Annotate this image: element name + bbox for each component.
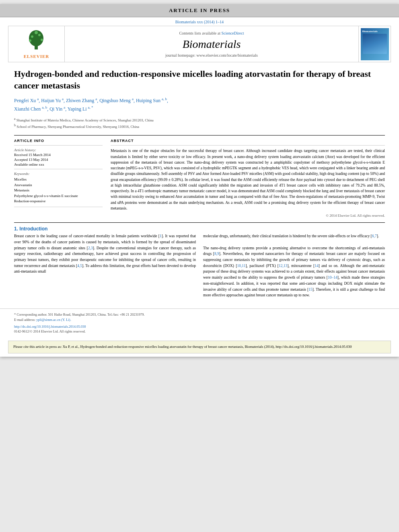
keyword-micelles: Micelles xyxy=(14,177,103,183)
citation-text: Please cite this article in press as: Xu… xyxy=(13,345,352,349)
available-online: Available online xxx xyxy=(14,162,103,166)
divider-1 xyxy=(14,135,385,136)
intro-two-col: Breast cancer is the leading cause of ca… xyxy=(14,233,385,302)
abstract-col: ABSTRACT Metastasis is one of the major … xyxy=(111,139,385,218)
aip-banner: ARTICLE IN PRESS xyxy=(0,4,399,17)
cover-image-area: Biomaterials xyxy=(358,26,391,62)
elsevier-logo-area: ELSEVIER xyxy=(8,26,65,62)
svg-point-3 xyxy=(31,35,33,38)
elsevier-tree-icon xyxy=(24,29,48,51)
doi-link[interactable]: http://dx.doi.org/10.1016/j.biomaterials… xyxy=(14,325,86,329)
elsevier-label: ELSEVIER xyxy=(24,54,49,59)
intro-text-right: molecular drugs, unfortunately, their cl… xyxy=(203,233,385,298)
keyword-polyethylene: Polyethylene glycol-s-s-vitamin E succin… xyxy=(14,193,103,199)
received-date: Received 15 March 2014 xyxy=(14,153,103,157)
accepted-date: Accepted 13 May 2014 xyxy=(14,158,103,162)
section-1-heading: 1. Introduction xyxy=(14,226,385,232)
info-abstract-section: ARTICLE INFO Article history: Received 1… xyxy=(14,139,385,218)
keywords-label: Keywords: xyxy=(14,172,103,176)
svg-point-7 xyxy=(41,39,43,41)
article-title: Hydrogen-bonded and reduction-responsive… xyxy=(14,68,385,91)
journal-header: ELSEVIER Contents lists available at Sci… xyxy=(8,26,391,62)
article-content: Hydrogen-bonded and reduction-responsive… xyxy=(0,62,399,308)
article-page: ARTICLE IN PRESS Biomaterials xxx (2014)… xyxy=(0,4,399,357)
authors-line: Pengfei Xu a, Haijun Yu a, Zhiwen Zhang … xyxy=(14,96,385,113)
affiliations: a Shanghai Institute of Materia Medica, … xyxy=(14,117,385,130)
article-info-heading: ARTICLE INFO xyxy=(14,139,103,143)
intro-col-left: Breast cancer is the leading cause of ca… xyxy=(14,233,196,298)
intro-col-right: molecular drugs, unfortunately, their cl… xyxy=(203,233,385,298)
journal-ref-line: Biomaterials xxx (2014) 1–14 xyxy=(0,17,399,26)
citation-bar: Please cite this article in press as: Xu… xyxy=(8,341,391,353)
journal-title-area: Contents lists available at ScienceDirec… xyxy=(65,26,358,62)
keyword-reduction: Reduction-responsive xyxy=(14,199,103,204)
journal-title: Biomaterials xyxy=(183,38,241,51)
introduction-section: 1. Introduction Breast cancer is the lea… xyxy=(14,226,385,302)
email-note: E-mail address: ypli@simm.ac.cn (Y. Li). xyxy=(14,317,385,322)
issn-line: 0142-9612/© 2014 Elsevier Ltd. All right… xyxy=(14,329,385,334)
keyword-atorvastatin: Atorvastatin xyxy=(14,183,103,188)
svg-point-5 xyxy=(35,31,38,34)
history-label: Article history: xyxy=(14,148,103,152)
svg-point-4 xyxy=(38,34,41,36)
keyword-metastasis: Metastasis xyxy=(14,188,103,193)
sciencedirect-line: Contents lists available at ScienceDirec… xyxy=(179,31,244,35)
biomaterials-cover: Biomaterials xyxy=(361,28,389,60)
intro-text-left: Breast cancer is the leading cause of ca… xyxy=(14,233,196,275)
banner-text: ARTICLE IN PRESS xyxy=(169,7,230,13)
footer-notes: * Corresponding author. 501 Haike Road, … xyxy=(0,308,399,337)
abstract-text: Metastasis is one of the major obstacles… xyxy=(111,148,385,211)
article-info-col: ARTICLE INFO Article history: Received 1… xyxy=(14,139,103,218)
svg-point-6 xyxy=(29,39,31,42)
email-link[interactable]: ypli@simm.ac.cn (Y. Li). xyxy=(36,318,71,322)
sciencedirect-link[interactable]: ScienceDirect xyxy=(221,31,244,35)
copyright-line: © 2014 Elsevier Ltd. All rights reserved… xyxy=(111,214,385,218)
corresponding-note: * Corresponding author. 501 Haike Road, … xyxy=(14,312,385,317)
abstract-heading: ABSTRACT xyxy=(111,139,385,143)
divider-2 xyxy=(14,222,385,223)
homepage-line: journal homepage: www.elsevier.com/locat… xyxy=(165,53,258,58)
